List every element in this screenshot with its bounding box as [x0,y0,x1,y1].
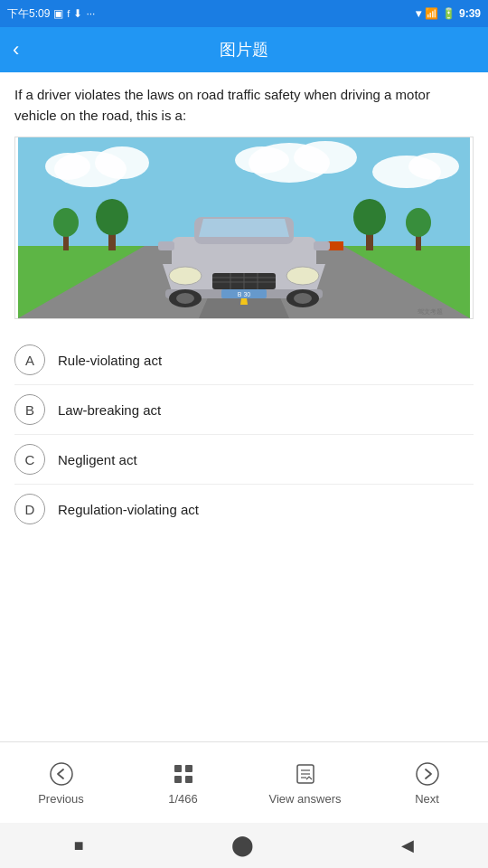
option-d-circle: D [14,494,45,524]
android-nav-bar: ■ ⬤ ◀ [0,823,488,868]
answers-icon [291,760,320,788]
svg-point-6 [235,146,289,174]
svg-rect-50 [174,776,182,783]
svg-rect-51 [185,776,192,783]
svg-point-19 [53,208,79,237]
svg-rect-37 [158,241,174,250]
svg-rect-48 [174,765,182,772]
view-answers-label: View answers [269,792,342,806]
page-title: 图片题 [220,39,268,61]
svg-point-8 [408,153,459,180]
option-c-text: Negligent act [58,452,137,467]
svg-point-23 [406,208,431,237]
option-b-letter: B [25,402,34,418]
dots-icon: ··· [86,7,95,20]
svg-point-43 [176,293,194,304]
options-list: A Rule-violating act B Law-breaking act … [14,335,474,533]
back-icon: ‹ [13,38,19,61]
fb-icon: f [67,8,70,19]
next-label: Next [415,792,439,806]
svg-point-45 [294,293,312,304]
next-icon [413,760,442,788]
nav-bar: ‹ 图片题 [0,27,488,72]
android-home-icon[interactable]: ⬤ [231,834,254,857]
svg-marker-27 [199,219,289,237]
option-d[interactable]: D Regulation-violating act [14,485,474,533]
option-a-letter: A [25,353,34,368]
option-d-letter: D [25,502,35,517]
car-scene-svg: B 30 驾文考题 [15,137,473,318]
time-right: 9:39 [459,7,481,20]
option-b[interactable]: B Law-breaking act [14,385,474,435]
status-right: ▾ 📶 🔋 9:39 [416,7,481,20]
option-c-letter: C [25,452,35,467]
previous-icon [47,760,76,788]
signal-icon: ▣ [53,7,63,20]
svg-point-21 [353,199,386,235]
svg-point-35 [169,267,202,285]
bottom-bar: Previous 1/466 View answers [0,741,488,823]
android-back-icon[interactable]: ◀ [401,835,414,855]
option-a-circle: A [14,344,45,375]
previous-button[interactable]: Previous [25,760,98,806]
svg-point-17 [96,199,128,235]
svg-rect-49 [185,765,192,772]
option-b-circle: B [14,394,45,425]
signal-bars-icon: 📶 [425,7,438,20]
svg-point-3 [45,153,90,180]
time-left: 下午5:09 [7,6,50,22]
grid-icon [169,760,198,788]
wifi-icon: ▾ [416,7,421,20]
svg-text:B 30: B 30 [238,291,251,297]
option-c-circle: C [14,444,45,475]
status-bar: 下午5:09 ▣ f ⬇ ··· ▾ 📶 🔋 9:39 [0,0,488,27]
android-square-icon[interactable]: ■ [74,836,84,855]
option-a-text: Rule-violating act [58,353,162,368]
option-c[interactable]: C Negligent act [14,435,474,485]
option-a[interactable]: A Rule-violating act [14,335,474,385]
counter-text: 1/466 [168,792,198,806]
svg-point-36 [286,267,319,285]
svg-point-56 [417,763,438,785]
back-button[interactable]: ‹ [13,38,19,61]
svg-point-2 [95,146,149,179]
status-left: 下午5:09 ▣ f ⬇ ··· [7,6,95,22]
svg-rect-38 [314,241,330,250]
counter-display: 1/466 [147,760,220,806]
svg-point-47 [51,763,72,785]
option-b-text: Law-breaking act [58,402,161,418]
svg-text:驾文考题: 驾文考题 [418,308,443,315]
battery-icon: 🔋 [442,7,455,20]
option-d-text: Regulation-violating act [58,502,199,517]
question-image: B 30 驾文考题 [14,137,474,319]
main-content: If a driver violates the laws on road tr… [0,72,488,741]
next-button[interactable]: Next [391,760,464,806]
download-icon: ⬇ [73,7,82,20]
previous-label: Previous [38,792,84,806]
question-text: If a driver violates the laws on road tr… [14,85,474,126]
svg-point-5 [294,141,357,174]
view-answers-button[interactable]: View answers [269,760,342,806]
